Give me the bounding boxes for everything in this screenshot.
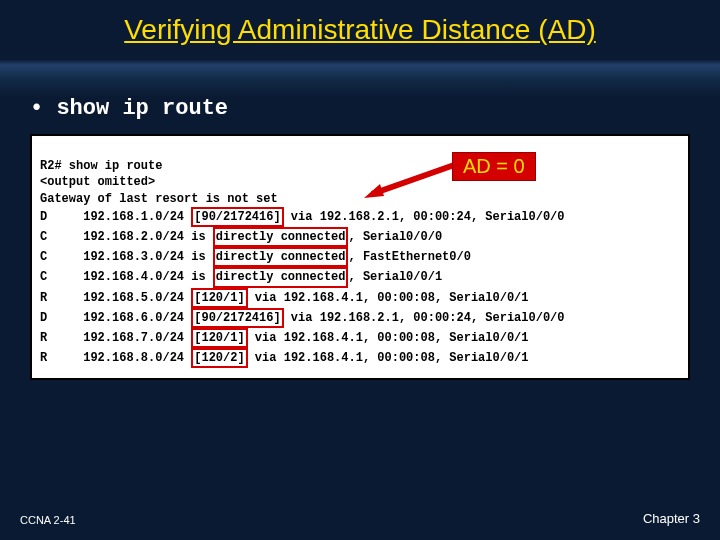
slide: Verifying Administrative Distance (AD) s… bbox=[0, 0, 720, 540]
bullet-command: show ip route bbox=[30, 96, 228, 121]
metric-highlight: [120/2] bbox=[191, 348, 247, 368]
metric-highlight: [120/1] bbox=[191, 328, 247, 348]
route-row: R 192.168.5.0/24 [120/1] via 192.168.4.1… bbox=[40, 291, 529, 305]
term-prompt: R2# show ip route bbox=[40, 159, 162, 173]
route-row: C 192.168.2.0/24 is directly connected, … bbox=[40, 230, 442, 244]
footer-left: CCNA 2-41 bbox=[20, 514, 76, 526]
terminal-output: R2# show ip route <output omitted> Gatew… bbox=[30, 134, 690, 380]
term-gateway: Gateway of last resort is not set bbox=[40, 192, 278, 206]
route-row: D 192.168.1.0/24 [90/2172416] via 192.16… bbox=[40, 210, 565, 224]
svg-line-0 bbox=[372, 164, 457, 194]
term-omitted: <output omitted> bbox=[40, 175, 155, 189]
svg-marker-1 bbox=[364, 184, 384, 198]
footer-right: Chapter 3 bbox=[643, 511, 700, 526]
route-row: C 192.168.3.0/24 is directly connected, … bbox=[40, 250, 471, 264]
metric-highlight: directly connected bbox=[213, 247, 349, 267]
slide-title: Verifying Administrative Distance (AD) bbox=[0, 14, 720, 46]
ad-callout: AD = 0 bbox=[452, 152, 536, 181]
arrow-annotation bbox=[362, 158, 462, 198]
metric-highlight: directly connected bbox=[213, 227, 349, 247]
route-row: C 192.168.4.0/24 is directly connected, … bbox=[40, 270, 442, 284]
metric-highlight: [90/2172416] bbox=[191, 308, 283, 328]
route-row: R 192.168.7.0/24 [120/1] via 192.168.4.1… bbox=[40, 331, 529, 345]
metric-highlight: [90/2172416] bbox=[191, 207, 283, 227]
route-row: D 192.168.6.0/24 [90/2172416] via 192.16… bbox=[40, 311, 565, 325]
metric-highlight: directly connected bbox=[213, 267, 349, 287]
route-row: R 192.168.8.0/24 [120/2] via 192.168.4.1… bbox=[40, 351, 529, 365]
metric-highlight: [120/1] bbox=[191, 288, 247, 308]
